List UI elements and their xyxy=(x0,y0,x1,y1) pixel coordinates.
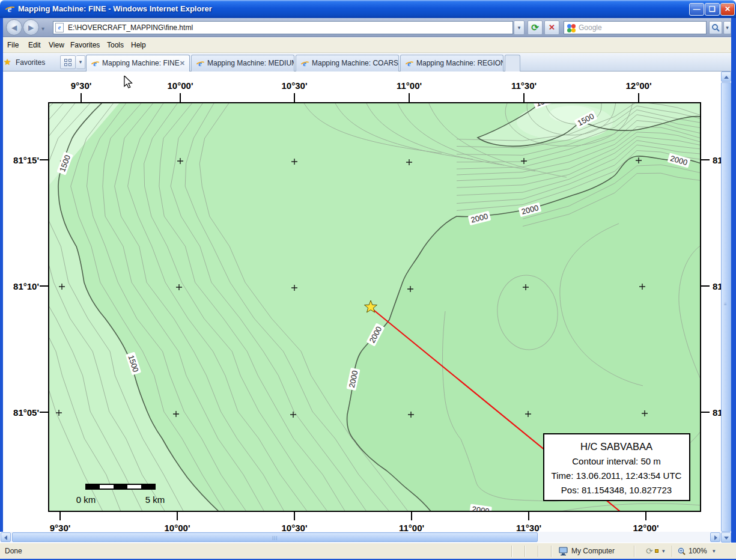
menu-favorites[interactable]: Favorites xyxy=(70,38,100,53)
position: Pos: 81.154348, 10.827723 xyxy=(561,485,672,495)
axis-tick xyxy=(638,93,639,102)
scale-start-label: 0 km xyxy=(76,495,96,505)
axis-label-top: 10°30' xyxy=(273,81,315,91)
tab-medium[interactable]: e Mapping Machine: MEDIUM xyxy=(191,55,294,72)
history-dropdown-icon[interactable]: ▾ xyxy=(41,25,44,32)
search-go-button[interactable] xyxy=(709,21,722,34)
new-tab-stub[interactable] xyxy=(505,55,520,72)
axis-label-top: 10°00' xyxy=(159,81,201,91)
axis-label-bottom: 10°00' xyxy=(156,523,198,532)
axis-tick xyxy=(40,412,48,413)
axis-tick xyxy=(180,93,181,102)
window-title: Mapping Machine: FINE - Windows Internet… xyxy=(18,0,212,18)
favorites-label: Favorites xyxy=(16,58,45,67)
axis-label-bottom: 11°30' xyxy=(508,523,550,532)
status-bar: Done My Computer ⟳ ▾ 100% ▾ xyxy=(0,543,736,559)
axis-tick xyxy=(59,512,61,520)
axis-label-top: 9°30' xyxy=(60,81,102,91)
horizontal-scroll-thumb[interactable]: ||| xyxy=(12,532,538,542)
axis-label-top: 12°00' xyxy=(618,81,660,91)
window-border-right xyxy=(731,18,736,560)
axis-tick xyxy=(645,512,646,520)
axis-tick xyxy=(701,285,710,287)
axis-label-bottom: 11°00' xyxy=(391,523,433,532)
scroll-down-icon xyxy=(724,537,729,540)
quick-tabs-button[interactable] xyxy=(60,55,76,69)
refresh-button[interactable]: ⟳ xyxy=(528,20,543,35)
axis-tick xyxy=(528,512,529,520)
vertical-scroll-thumb[interactable]: ≡ xyxy=(721,82,731,532)
axis-tick xyxy=(701,412,710,413)
tab-favicon-icon: e xyxy=(91,59,99,68)
my-computer-icon xyxy=(559,547,568,556)
scroll-up-icon xyxy=(724,76,729,79)
scroll-up-button[interactable] xyxy=(721,72,731,82)
forward-icon: ▶ xyxy=(28,23,34,32)
title-bar[interactable]: e Mapping Machine: FINE - Windows Intern… xyxy=(0,0,736,18)
zoom-dropdown-icon[interactable]: ▾ xyxy=(713,543,716,559)
axis-label-left: 81°10' xyxy=(8,281,39,291)
menu-edit[interactable]: Edit xyxy=(28,38,41,53)
search-box[interactable] xyxy=(564,21,707,34)
contour-map[interactable]: 1500 1500 1500 1500 2000 2000 2000 2000 … xyxy=(48,102,701,512)
quick-tabs-icon xyxy=(64,59,71,66)
ie-logo-icon: e xyxy=(5,4,14,14)
axis-label-top: 11°30' xyxy=(503,81,545,91)
favorites-button[interactable]: ★ Favorites xyxy=(4,55,45,69)
zoom-icon xyxy=(678,547,686,555)
axis-tick xyxy=(81,93,82,102)
tab-fine[interactable]: e Mapping Machine: FINE ✕ xyxy=(86,55,190,72)
scale-end-label: 5 km xyxy=(145,495,165,505)
axis-label-bottom: 10°30' xyxy=(273,523,315,532)
browser-window: e Mapping Machine: FINE - Windows Intern… xyxy=(0,0,736,560)
menu-tools[interactable]: Tools xyxy=(107,38,124,53)
horizontal-scrollbar[interactable]: ||| xyxy=(0,532,721,543)
lock-icon xyxy=(655,549,658,553)
axis-tick xyxy=(701,159,710,160)
back-button[interactable]: ◀ xyxy=(6,19,22,35)
axis-label-right: 81°10' xyxy=(713,281,721,291)
scroll-grip: ≡ xyxy=(724,302,728,307)
stop-button[interactable]: ✕ xyxy=(544,20,559,35)
contour-interval: Contour interval: 50 m xyxy=(572,456,661,466)
search-dropdown-button[interactable]: ▾ xyxy=(723,21,731,34)
axis-label-top: 11°00' xyxy=(388,81,430,91)
protected-dropdown-icon[interactable]: ▾ xyxy=(662,543,665,559)
menu-help[interactable]: Help xyxy=(131,38,146,53)
close-button[interactable]: ✕ xyxy=(720,3,735,16)
maximize-button[interactable]: ❑ xyxy=(705,3,720,16)
tab-label: Mapping Machine: COARSE xyxy=(312,55,399,71)
axis-label-left: 81°15' xyxy=(8,155,39,165)
navigation-bar: ◀ ▶ ▾ e E:\HOVERCRAFT_MAPPING\fine.html … xyxy=(0,18,736,37)
scroll-left-button[interactable] xyxy=(1,532,11,542)
tab-coarse[interactable]: e Mapping Machine: COARSE xyxy=(296,55,399,72)
page-icon: e xyxy=(55,23,64,32)
close-tab-icon[interactable]: ✕ xyxy=(180,55,185,71)
vertical-scrollbar[interactable]: ≡ xyxy=(721,72,731,543)
scroll-down-button[interactable] xyxy=(721,532,731,543)
forward-button[interactable]: ▶ xyxy=(23,19,39,35)
tab-bar: ★ Favorites ▾ e Mapping Machine: FINE ✕ … xyxy=(0,53,736,72)
tab-region[interactable]: e Mapping Machine: REGION xyxy=(400,55,503,72)
tab-favicon-icon: e xyxy=(300,59,309,68)
zoom-level[interactable]: 100% xyxy=(689,543,707,559)
menu-view[interactable]: View xyxy=(49,38,64,53)
google-logo-icon xyxy=(567,24,576,32)
tab-label: Mapping Machine: FINE xyxy=(102,55,180,71)
minimize-button[interactable]: — xyxy=(689,3,704,16)
axis-tick xyxy=(294,512,295,520)
axis-tick xyxy=(523,93,525,102)
axis-tick xyxy=(40,285,48,287)
back-icon: ◀ xyxy=(11,23,17,32)
menu-file[interactable]: File xyxy=(7,38,19,53)
address-url[interactable]: E:\HOVERCRAFT_MAPPING\fine.html xyxy=(68,22,193,34)
vessel-name: H/C SABVABAA xyxy=(580,441,652,452)
axis-tick xyxy=(177,512,178,520)
search-input[interactable] xyxy=(579,22,702,33)
menu-bar: File Edit View Favorites Tools Help xyxy=(0,37,736,53)
scroll-right-button[interactable] xyxy=(710,532,720,542)
tab-label: Mapping Machine: REGION xyxy=(416,55,503,71)
address-dropdown-button[interactable]: ▾ xyxy=(514,20,525,35)
tab-list-dropdown[interactable]: ▾ xyxy=(76,55,85,69)
address-bar[interactable]: e E:\HOVERCRAFT_MAPPING\fine.html xyxy=(53,21,513,34)
